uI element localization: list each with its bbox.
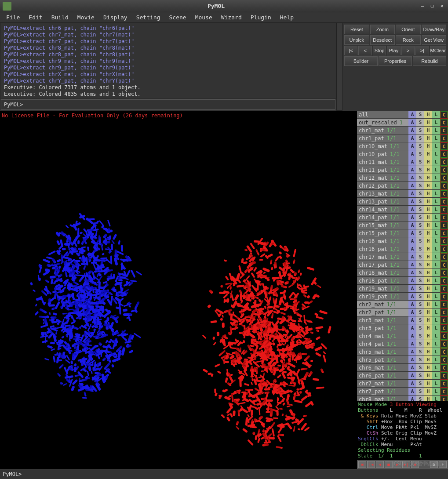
obj-c-button[interactable]: C xyxy=(440,221,448,229)
-button[interactable]: |< xyxy=(344,46,357,55)
object-row-chr11_mat[interactable]: chr11_mat 1/1ASHLC xyxy=(357,158,448,166)
obj-a-button[interactable]: A xyxy=(408,340,416,348)
obj-s-button[interactable]: S xyxy=(416,245,424,253)
obj-c-button[interactable]: C xyxy=(440,356,448,364)
obj-h-button[interactable]: H xyxy=(424,285,432,293)
menu-edit[interactable]: Edit xyxy=(24,13,47,22)
object-row-chr18_pat[interactable]: chr18_pat 1/1ASHLC xyxy=(357,277,448,285)
obj-a-button[interactable]: A xyxy=(408,237,416,245)
obj-a-button[interactable]: A xyxy=(408,396,416,401)
obj-h-button[interactable]: H xyxy=(424,119,432,127)
obj-a-button[interactable]: A xyxy=(408,285,416,293)
builder-button[interactable]: Builder xyxy=(344,56,378,66)
obj-a-button[interactable]: A xyxy=(408,316,416,324)
obj-h-button[interactable]: H xyxy=(424,332,432,340)
obj-l-button[interactable]: L xyxy=(432,269,440,277)
menu-wizard[interactable]: Wizard xyxy=(217,13,246,22)
obj-a-button[interactable]: A xyxy=(408,332,416,340)
obj-s-button[interactable]: S xyxy=(416,190,424,198)
menu-file[interactable]: File xyxy=(2,13,24,22)
obj-s-button[interactable]: S xyxy=(416,253,424,261)
obj-s-button[interactable]: S xyxy=(416,380,424,388)
obj-c-button[interactable]: C xyxy=(440,111,448,119)
obj-l-button[interactable]: L xyxy=(432,285,440,293)
obj-h-button[interactable]: H xyxy=(424,214,432,221)
stop-button[interactable]: Stop xyxy=(373,46,386,55)
obj-s-button[interactable]: S xyxy=(416,142,424,150)
obj-h-button[interactable]: H xyxy=(424,356,432,364)
obj-c-button[interactable]: C xyxy=(440,150,448,158)
obj-s-button[interactable]: S xyxy=(416,348,424,356)
obj-c-button[interactable]: C xyxy=(440,261,448,269)
obj-c-button[interactable]: C xyxy=(440,277,448,285)
obj-s-button[interactable]: S xyxy=(416,150,424,158)
getview-button[interactable]: Get View xyxy=(422,35,447,45)
obj-a-button[interactable]: A xyxy=(408,388,416,396)
menu-help[interactable]: Help xyxy=(276,13,298,22)
object-name[interactable]: chr5_mat 1/1 xyxy=(357,348,408,356)
obj-l-button[interactable]: L xyxy=(432,348,440,356)
object-name[interactable]: chr18_mat 1/1 xyxy=(357,269,408,277)
object-row-chr14_mat[interactable]: chr14_mat 1/1ASHLC xyxy=(357,206,448,214)
obj-h-button[interactable]: H xyxy=(424,388,432,396)
obj-a-button[interactable]: A xyxy=(408,198,416,206)
obj-s-button[interactable]: S xyxy=(416,324,424,332)
obj-a-button[interactable]: A xyxy=(408,206,416,214)
obj-c-button[interactable]: C xyxy=(440,301,448,308)
obj-a-button[interactable]: A xyxy=(408,253,416,261)
menu-plugin[interactable]: Plugin xyxy=(246,13,276,22)
obj-l-button[interactable]: L xyxy=(432,237,440,245)
obj-l-button[interactable]: L xyxy=(432,229,440,237)
object-name[interactable]: chr7_pat 1/1 xyxy=(357,388,408,396)
obj-l-button[interactable]: L xyxy=(432,119,440,127)
obj-l-button[interactable]: L xyxy=(432,380,440,388)
obj-c-button[interactable]: C xyxy=(440,324,448,332)
obj-l-button[interactable]: L xyxy=(432,364,440,372)
object-name[interactable]: chr10_pat 1/1 xyxy=(357,150,408,158)
obj-s-button[interactable]: S xyxy=(416,340,424,348)
object-name[interactable]: all xyxy=(357,111,408,119)
object-name[interactable]: chr6_mat 1/1 xyxy=(357,364,408,372)
object-name[interactable]: chr13_mat 1/1 xyxy=(357,190,408,198)
object-row-chr5_mat[interactable]: chr5_mat 1/1ASHLC xyxy=(357,348,448,356)
object-row-chr2_pat[interactable]: chr2_pat 1/1ASHLC xyxy=(357,308,448,316)
object-name[interactable]: chr5_pat 1/1 xyxy=(357,356,408,364)
obj-s-button[interactable]: S xyxy=(416,293,424,301)
object-row-chr19_mat[interactable]: chr19_mat 1/1ASHLC xyxy=(357,285,448,293)
zoom-button[interactable]: Zoom xyxy=(370,25,395,34)
obj-l-button[interactable]: L xyxy=(432,190,440,198)
obj-s-button[interactable]: S xyxy=(416,206,424,214)
rebuild-button[interactable]: Rebuild xyxy=(413,56,446,66)
object-row-chr17_mat[interactable]: chr17_mat 1/1ASHLC xyxy=(357,253,448,261)
obj-c-button[interactable]: C xyxy=(440,214,448,221)
obj-h-button[interactable]: H xyxy=(424,253,432,261)
obj-s-button[interactable]: S xyxy=(416,261,424,269)
obj-a-button[interactable]: A xyxy=(408,150,416,158)
object-name[interactable]: chr1_pat 1/1 xyxy=(357,134,408,142)
object-row-chr15_mat[interactable]: chr15_mat 1/1ASHLC xyxy=(357,221,448,229)
orient-button[interactable]: Orient xyxy=(396,25,421,34)
viewer-3d[interactable]: No License File - For Evaluation Only (2… xyxy=(0,111,357,469)
object-row-chr3_pat[interactable]: chr3_pat 1/1ASHLC xyxy=(357,324,448,332)
menu-build[interactable]: Build xyxy=(47,13,73,22)
obj-l-button[interactable]: L xyxy=(432,332,440,340)
object-row-chr12_pat[interactable]: chr12_pat 1/1ASHLC xyxy=(357,182,448,190)
object-row-chr16_pat[interactable]: chr16_pat 1/1ASHLC xyxy=(357,245,448,253)
obj-a-button[interactable]: A xyxy=(408,214,416,221)
obj-c-button[interactable]: C xyxy=(440,237,448,245)
obj-h-button[interactable]: H xyxy=(424,166,432,174)
rock-button[interactable]: Rock xyxy=(396,35,421,45)
object-row-chr11_pat[interactable]: chr11_pat 1/1ASHLC xyxy=(357,166,448,174)
obj-h-button[interactable]: H xyxy=(424,324,432,332)
object-name[interactable]: chr3_mat 1/1 xyxy=(357,316,408,324)
obj-l-button[interactable]: L xyxy=(432,174,440,182)
obj-l-button[interactable]: L xyxy=(432,253,440,261)
obj-a-button[interactable]: A xyxy=(408,158,416,166)
obj-s-button[interactable]: S xyxy=(416,119,424,127)
obj-a-button[interactable]: A xyxy=(408,277,416,285)
obj-l-button[interactable]: L xyxy=(432,277,440,285)
object-name[interactable]: chr2_pat 1/1 xyxy=(357,308,408,316)
obj-a-button[interactable]: A xyxy=(408,269,416,277)
object-row-chr19_pat[interactable]: chr19_pat 1/1ASHLC xyxy=(357,293,448,301)
object-name[interactable]: chr15_mat 1/1 xyxy=(357,221,408,229)
